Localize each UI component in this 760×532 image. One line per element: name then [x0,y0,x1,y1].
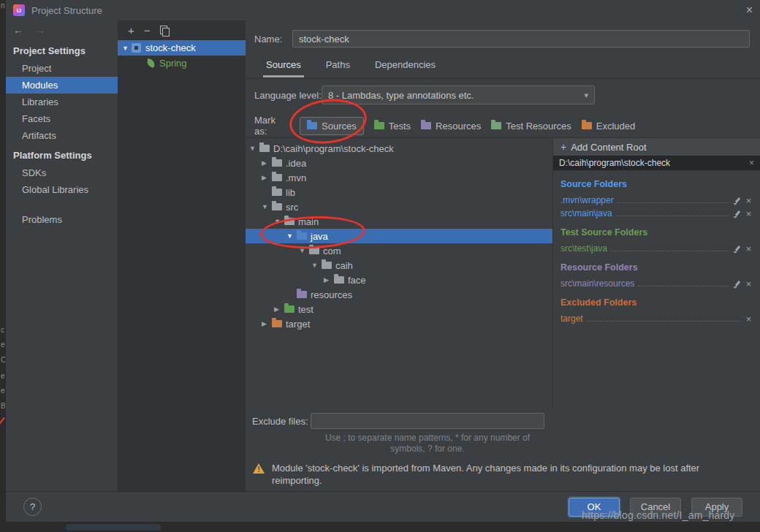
tree-row-com[interactable]: ▼ com [246,243,552,258]
mark-excluded-button[interactable]: Excluded [582,121,635,132]
tab-dependencies[interactable]: Dependencies [372,54,438,77]
mark-resources-button[interactable]: Resources [421,121,481,132]
content-root-path: D:\caih\program\stock-check [559,158,670,168]
clipped-char: e [1,387,5,395]
language-level-row: Language level: 8 - Lambdas, type annota… [254,85,595,105]
module-label: stock-check [145,42,196,53]
folder-entry[interactable]: target × [560,311,753,324]
tree-row-mvn[interactable]: ▶ .mvn [246,170,552,185]
module-item-stock-check[interactable]: ▼ stock-check [118,40,246,56]
chevron-down-icon[interactable]: ▼ [311,262,322,269]
tree-row-label: com [323,246,341,256]
tree-row-face[interactable]: ▶ face [246,273,552,287]
chevron-right-icon[interactable]: ▶ [262,320,272,327]
red-pen-mark [0,417,5,425]
mark-sources-button[interactable]: Sources [300,117,364,135]
tree-row-java[interactable]: ▼ java [246,229,552,243]
chevron-right-icon[interactable]: ▶ [262,159,272,167]
remove-content-root-icon[interactable]: × [749,158,754,168]
exclude-files-input[interactable] [311,413,544,429]
exclude-files-hint: Use ; to separate name patterns, * for a… [311,433,544,455]
sidebar-item-modules[interactable]: Modules [6,77,118,94]
edit-icon[interactable] [732,245,741,254]
mark-tests-button[interactable]: Tests [374,121,411,132]
chevron-down-icon[interactable]: ▼ [274,218,284,225]
tree-row-src[interactable]: ▼ src [246,200,552,214]
chevron-down-icon[interactable]: ▼ [262,203,272,210]
sidebar-item-sdks[interactable]: SDKs [6,164,118,181]
remove-icon[interactable]: × [745,196,753,205]
remove-icon[interactable]: × [745,314,753,324]
sidebar-item-project[interactable]: Project [6,60,118,77]
remove-icon[interactable]: × [745,209,753,218]
file-tree: ▼ D:\caih\program\stock-check ▶ .idea ▶ [246,138,552,410]
tree-row-main[interactable]: ▼ main [246,214,552,229]
tree-row-root[interactable]: ▼ D:\caih\program\stock-check [246,141,552,156]
tree-row-label: java [311,231,328,242]
group-title: Excluded Folders [560,297,753,308]
package-icon [309,247,319,254]
remove-icon[interactable]: − [144,25,151,36]
edit-icon[interactable] [732,210,741,218]
folder-entry[interactable]: src\main\resources × [560,276,753,289]
dotted-leader [616,216,729,216]
dialog-titlebar[interactable]: IJ Project Structure × [6,0,760,20]
add-icon[interactable]: + [128,25,134,36]
add-content-root-button[interactable]: + Add Content Root [553,138,760,156]
tab-paths[interactable]: Paths [323,54,353,77]
remove-icon[interactable]: × [745,279,753,289]
tree-row-caih[interactable]: ▼ caih [246,258,552,273]
sidebar-item-artifacts[interactable]: Artifacts [6,127,118,144]
chevron-right-icon[interactable]: ▶ [274,305,284,313]
remove-icon[interactable]: × [745,244,753,254]
chevron-right-icon[interactable]: ▶ [262,174,272,181]
project-structure-dialog: IJ Project Structure × ← → Project Setti… [6,0,760,522]
module-name-input[interactable] [292,30,750,48]
tab-sources[interactable]: Sources [263,54,304,77]
modules-toolbar: + − [118,20,246,40]
chevron-down-icon[interactable]: ▼ [249,145,259,152]
tree-row-test[interactable]: ▶ test [246,302,552,316]
mark-test-resources-button[interactable]: Test Resources [491,121,571,132]
tree-row-resources[interactable]: resources [246,287,552,302]
folder-path: target [560,314,583,324]
back-icon[interactable]: ← [13,24,23,36]
warning-text: Module 'stock-check' is imported from Ma… [272,462,725,487]
sidebar-item-global-libraries[interactable]: Global Libraries [6,181,118,198]
tree-row-lib[interactable]: lib [246,185,552,200]
background-ide-strip: n c e C e e B [0,0,6,532]
tree-row-label: src [286,202,298,213]
folder-entry[interactable]: src\test\java × [560,240,753,254]
edit-icon[interactable] [732,280,741,289]
folder-entry[interactable]: .mvn\wrapper × [560,192,753,205]
content-root-header[interactable]: D:\caih\program\stock-check × [553,156,760,170]
excluded-folder-icon [272,320,282,327]
close-icon[interactable]: × [746,4,753,16]
hint-line: symbols, ? for one. [311,444,544,455]
module-item-spring[interactable]: Spring [118,56,246,71]
excluded-folder-icon [582,122,592,129]
language-level-value: 8 - Lambdas, type annotations etc. [328,90,474,101]
chevron-right-icon[interactable]: ▶ [324,276,334,284]
copy-icon[interactable] [160,26,169,35]
folder-entry[interactable]: src\main\java × [560,205,753,218]
help-button[interactable]: ? [23,498,42,516]
language-level-select[interactable]: 8 - Lambdas, type annotations etc. ▾ [322,86,595,104]
source-folder-icon [297,232,307,240]
chevron-down-icon[interactable]: ▼ [286,232,297,240]
sidebar-item-facets[interactable]: Facets [6,110,118,127]
chevron-down-icon[interactable]: ▼ [299,247,309,254]
folder-icon [272,189,282,196]
name-row: Name: [254,29,750,48]
chevron-down-icon[interactable]: ▼ [122,45,132,52]
mark-sources-label: Sources [322,121,357,132]
edit-icon[interactable] [732,197,741,205]
tree-row-label: caih [335,260,353,271]
tree-row-idea[interactable]: ▶ .idea [246,156,552,170]
forward-icon[interactable]: → [35,24,45,36]
sidebar-item-libraries[interactable]: Libraries [6,94,118,110]
sidebar-item-problems[interactable]: Problems [6,211,118,228]
resource-folder-icon [421,122,431,129]
tree-row-target[interactable]: ▶ target [246,316,552,331]
tree-row-label: test [298,304,314,315]
